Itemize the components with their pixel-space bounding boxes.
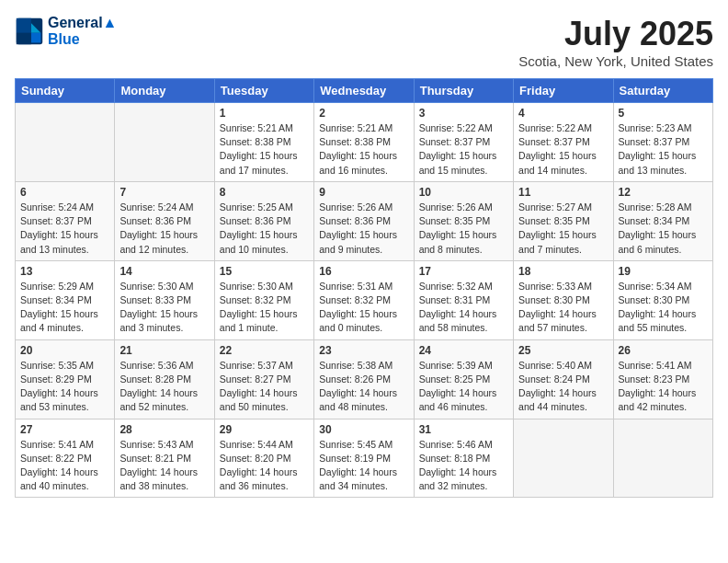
- day-number: 31: [419, 423, 508, 436]
- day-number: 15: [220, 265, 309, 278]
- calendar-cell: 7Sunrise: 5:24 AMSunset: 8:36 PMDaylight…: [115, 181, 214, 260]
- calendar-cell: 4Sunrise: 5:22 AMSunset: 8:37 PMDaylight…: [514, 103, 613, 182]
- calendar-cell: 21Sunrise: 5:36 AMSunset: 8:28 PMDayligh…: [115, 339, 214, 419]
- calendar-cell: 27Sunrise: 5:41 AMSunset: 8:22 PMDayligh…: [16, 419, 115, 498]
- calendar-cell: 19Sunrise: 5:34 AMSunset: 8:30 PMDayligh…: [613, 260, 712, 339]
- day-info: Sunrise: 5:43 AMSunset: 8:21 PMDaylight:…: [119, 438, 209, 494]
- day-info: Sunrise: 5:30 AMSunset: 8:33 PMDaylight:…: [119, 280, 209, 336]
- day-number: 8: [220, 186, 309, 199]
- calendar-cell: 18Sunrise: 5:33 AMSunset: 8:30 PMDayligh…: [514, 260, 613, 339]
- svg-rect-3: [17, 18, 31, 33]
- calendar-cell: [115, 103, 214, 182]
- day-number: 5: [619, 107, 708, 120]
- calendar-cell: [613, 419, 712, 498]
- day-info: Sunrise: 5:28 AMSunset: 8:34 PMDaylight:…: [619, 201, 708, 257]
- weekday-header-monday: Monday: [115, 79, 214, 103]
- calendar-cell: [16, 103, 115, 182]
- day-info: Sunrise: 5:36 AMSunset: 8:28 PMDaylight:…: [119, 359, 209, 415]
- subtitle: Scotia, New York, United States: [518, 53, 713, 69]
- day-number: 28: [119, 423, 209, 436]
- svg-marker-2: [31, 33, 41, 43]
- day-info: Sunrise: 5:21 AMSunset: 8:38 PMDaylight:…: [319, 121, 408, 178]
- day-info: Sunrise: 5:34 AMSunset: 8:30 PMDaylight:…: [619, 280, 708, 336]
- day-info: Sunrise: 5:24 AMSunset: 8:36 PMDaylight:…: [119, 201, 209, 257]
- day-number: 22: [220, 344, 309, 357]
- day-number: 18: [518, 265, 608, 278]
- day-number: 6: [20, 186, 109, 199]
- day-info: Sunrise: 5:39 AMSunset: 8:25 PMDaylight:…: [419, 359, 508, 415]
- day-number: 3: [419, 107, 508, 120]
- calendar-cell: 11Sunrise: 5:27 AMSunset: 8:35 PMDayligh…: [514, 181, 613, 260]
- day-info: Sunrise: 5:32 AMSunset: 8:31 PMDaylight:…: [419, 280, 508, 336]
- day-info: Sunrise: 5:30 AMSunset: 8:32 PMDaylight:…: [220, 280, 309, 336]
- calendar-week-row: 20Sunrise: 5:35 AMSunset: 8:29 PMDayligh…: [16, 339, 713, 419]
- calendar-cell: 26Sunrise: 5:41 AMSunset: 8:23 PMDayligh…: [613, 339, 712, 419]
- calendar-week-row: 27Sunrise: 5:41 AMSunset: 8:22 PMDayligh…: [16, 419, 713, 498]
- day-info: Sunrise: 5:29 AMSunset: 8:34 PMDaylight:…: [20, 280, 109, 336]
- calendar-week-row: 6Sunrise: 5:24 AMSunset: 8:37 PMDaylight…: [16, 181, 713, 260]
- day-number: 11: [518, 186, 608, 199]
- calendar-cell: 17Sunrise: 5:32 AMSunset: 8:31 PMDayligh…: [414, 260, 513, 339]
- day-number: 26: [619, 344, 708, 357]
- day-info: Sunrise: 5:22 AMSunset: 8:37 PMDaylight:…: [419, 121, 508, 178]
- day-info: Sunrise: 5:25 AMSunset: 8:36 PMDaylight:…: [220, 201, 309, 257]
- calendar-cell: 8Sunrise: 5:25 AMSunset: 8:36 PMDaylight…: [214, 181, 313, 260]
- calendar-cell: 1Sunrise: 5:21 AMSunset: 8:38 PMDaylight…: [214, 103, 313, 182]
- weekday-header-tuesday: Tuesday: [214, 79, 313, 103]
- weekday-header-row: SundayMondayTuesdayWednesdayThursdayFrid…: [16, 79, 713, 103]
- day-number: 23: [319, 344, 408, 357]
- weekday-header-sunday: Sunday: [16, 79, 115, 103]
- calendar-cell: 12Sunrise: 5:28 AMSunset: 8:34 PMDayligh…: [613, 181, 712, 260]
- day-info: Sunrise: 5:24 AMSunset: 8:37 PMDaylight:…: [20, 201, 109, 257]
- weekday-header-friday: Friday: [514, 79, 613, 103]
- calendar-cell: 22Sunrise: 5:37 AMSunset: 8:27 PMDayligh…: [214, 339, 313, 419]
- calendar-cell: 28Sunrise: 5:43 AMSunset: 8:21 PMDayligh…: [115, 419, 214, 498]
- calendar-cell: 25Sunrise: 5:40 AMSunset: 8:24 PMDayligh…: [514, 339, 613, 419]
- calendar-cell: 2Sunrise: 5:21 AMSunset: 8:38 PMDaylight…: [314, 103, 414, 182]
- calendar-cell: [514, 419, 613, 498]
- day-number: 10: [419, 186, 508, 199]
- calendar-cell: 16Sunrise: 5:31 AMSunset: 8:32 PMDayligh…: [314, 260, 414, 339]
- day-info: Sunrise: 5:21 AMSunset: 8:38 PMDaylight:…: [220, 121, 309, 178]
- day-info: Sunrise: 5:41 AMSunset: 8:23 PMDaylight:…: [619, 359, 708, 415]
- calendar-cell: 23Sunrise: 5:38 AMSunset: 8:26 PMDayligh…: [314, 339, 414, 419]
- calendar-cell: 5Sunrise: 5:23 AMSunset: 8:37 PMDaylight…: [613, 103, 712, 182]
- day-number: 20: [20, 344, 109, 357]
- svg-rect-4: [17, 33, 31, 44]
- day-info: Sunrise: 5:26 AMSunset: 8:35 PMDaylight:…: [419, 201, 508, 257]
- day-info: Sunrise: 5:23 AMSunset: 8:37 PMDaylight:…: [619, 121, 708, 178]
- page-header: General▲ Blue July 2025 Scotia, New York…: [15, 15, 713, 69]
- main-title: July 2025: [518, 15, 713, 53]
- day-number: 27: [20, 423, 109, 436]
- day-number: 17: [419, 265, 508, 278]
- day-info: Sunrise: 5:22 AMSunset: 8:37 PMDaylight:…: [518, 121, 608, 178]
- title-block: July 2025 Scotia, New York, United State…: [518, 15, 713, 69]
- calendar-cell: 29Sunrise: 5:44 AMSunset: 8:20 PMDayligh…: [214, 419, 313, 498]
- calendar-table: SundayMondayTuesdayWednesdayThursdayFrid…: [15, 78, 713, 498]
- day-number: 13: [20, 265, 109, 278]
- calendar-week-row: 13Sunrise: 5:29 AMSunset: 8:34 PMDayligh…: [16, 260, 713, 339]
- calendar-cell: 6Sunrise: 5:24 AMSunset: 8:37 PMDaylight…: [16, 181, 115, 260]
- calendar-cell: 24Sunrise: 5:39 AMSunset: 8:25 PMDayligh…: [414, 339, 513, 419]
- calendar-cell: 15Sunrise: 5:30 AMSunset: 8:32 PMDayligh…: [214, 260, 313, 339]
- calendar-cell: 31Sunrise: 5:46 AMSunset: 8:18 PMDayligh…: [414, 419, 513, 498]
- day-info: Sunrise: 5:38 AMSunset: 8:26 PMDaylight:…: [319, 359, 408, 415]
- day-info: Sunrise: 5:33 AMSunset: 8:30 PMDaylight:…: [518, 280, 608, 336]
- day-info: Sunrise: 5:27 AMSunset: 8:35 PMDaylight:…: [518, 201, 608, 257]
- day-number: 2: [319, 107, 408, 120]
- calendar-cell: 14Sunrise: 5:30 AMSunset: 8:33 PMDayligh…: [115, 260, 214, 339]
- weekday-header-thursday: Thursday: [414, 79, 513, 103]
- day-info: Sunrise: 5:35 AMSunset: 8:29 PMDaylight:…: [20, 359, 109, 415]
- day-info: Sunrise: 5:31 AMSunset: 8:32 PMDaylight:…: [319, 280, 408, 336]
- day-number: 9: [319, 186, 408, 199]
- calendar-cell: 20Sunrise: 5:35 AMSunset: 8:29 PMDayligh…: [16, 339, 115, 419]
- day-number: 7: [119, 186, 209, 199]
- day-number: 4: [518, 107, 608, 120]
- calendar-week-row: 1Sunrise: 5:21 AMSunset: 8:38 PMDaylight…: [16, 103, 713, 182]
- calendar-cell: 10Sunrise: 5:26 AMSunset: 8:35 PMDayligh…: [414, 181, 513, 260]
- day-info: Sunrise: 5:26 AMSunset: 8:36 PMDaylight:…: [319, 201, 408, 257]
- day-number: 19: [619, 265, 708, 278]
- day-info: Sunrise: 5:46 AMSunset: 8:18 PMDaylight:…: [419, 438, 508, 494]
- logo-text: General▲ Blue: [48, 15, 117, 48]
- day-number: 30: [319, 423, 408, 436]
